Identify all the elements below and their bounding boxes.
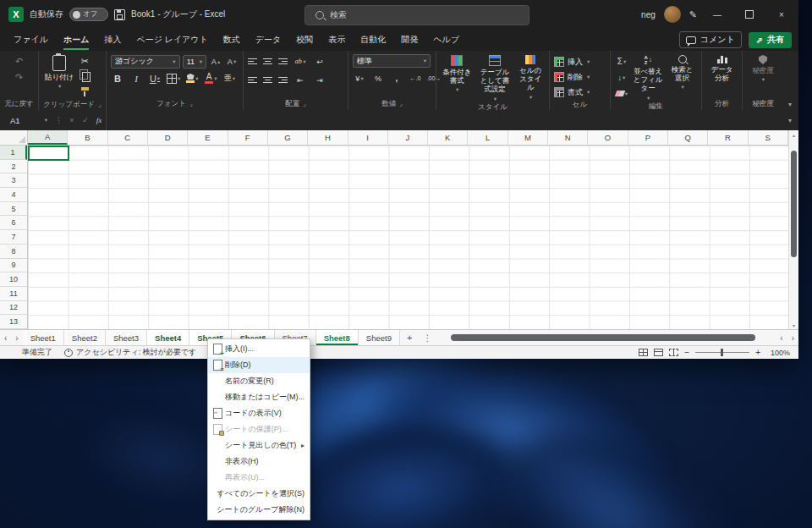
sheet-nav-prev-icon[interactable]: ‹ <box>0 330 11 345</box>
minimize-button[interactable]: — <box>705 2 729 27</box>
currency-format-button[interactable]: ¥▾ <box>353 71 366 85</box>
menu-item-ungroup-sheets[interactable]: シートのグループ解除(N) <box>208 502 310 518</box>
view-page-layout-button[interactable] <box>654 349 663 356</box>
column-header-Q[interactable]: Q <box>668 130 708 145</box>
data-analysis-button[interactable]: データ分析 <box>706 54 738 97</box>
wrap-text-button[interactable]: ↩ <box>313 54 326 69</box>
find-select-button[interactable]: 検索と選択 ▾ <box>667 54 697 102</box>
menu-item-tab-color[interactable]: シート見出しの色(T) ▸ <box>208 437 310 454</box>
align-right-button[interactable] <box>278 76 288 84</box>
name-box[interactable]: A1 ▾ <box>0 110 52 130</box>
orientation-button[interactable]: ab▾ <box>294 54 307 69</box>
column-header-M[interactable]: M <box>508 130 548 145</box>
row-header-13[interactable]: 13 <box>0 315 27 329</box>
align-bottom-button[interactable] <box>278 58 288 65</box>
cell-styles-button[interactable]: セルのスタイル ▾ <box>516 54 545 102</box>
comments-button[interactable]: コメント <box>679 31 742 48</box>
menu-item-hide[interactable]: 非表示(H) <box>208 454 310 470</box>
tab-developer[interactable]: 開発 <box>394 29 425 51</box>
column-header-C[interactable]: C <box>108 130 148 145</box>
align-center-button[interactable] <box>263 76 272 84</box>
horizontal-scrollbar[interactable] <box>441 334 771 341</box>
menu-item-move-or-copy[interactable]: 移動またはコピー(M)... <box>208 389 310 405</box>
pen-icon[interactable]: ✎ <box>689 9 697 20</box>
column-header-G[interactable]: G <box>268 130 308 145</box>
menu-item-delete[interactable]: 削除(D) <box>208 357 310 373</box>
align-middle-button[interactable] <box>263 58 272 65</box>
insert-function-icon[interactable]: fx <box>92 116 106 124</box>
selected-cell-A1[interactable] <box>28 146 69 161</box>
font-size-select[interactable]: 11▾ <box>183 55 206 69</box>
zoom-level[interactable]: 100% <box>766 349 790 357</box>
column-header-I[interactable]: I <box>348 130 388 145</box>
enter-icon[interactable]: ✓ <box>79 116 92 124</box>
borders-button[interactable]: ▾ <box>167 71 180 85</box>
tab-file[interactable]: ファイル <box>7 29 55 51</box>
new-sheet-button[interactable]: + <box>400 330 419 345</box>
excel-app-icon[interactable]: X <box>8 7 24 22</box>
format-as-table-button[interactable]: テーブルとして書式設定 ▾ <box>475 54 513 102</box>
vertical-scrollbar[interactable]: ▴ ▾ <box>788 130 798 329</box>
font-color-button[interactable]: A▾ <box>204 71 217 85</box>
decrease-indent-button[interactable]: ⇤ <box>294 73 307 87</box>
sheet-tabs-more-icon[interactable]: ⋮ <box>419 330 436 345</box>
scroll-down-icon[interactable]: ▾ <box>793 321 795 329</box>
row-header-11[interactable]: 11 <box>0 287 27 301</box>
column-header-N[interactable]: N <box>548 130 588 145</box>
increase-decimal-button[interactable]: ←.0 <box>409 71 422 85</box>
column-header-B[interactable]: B <box>68 130 107 145</box>
dialog-launcher-icon[interactable]: ⌟ <box>303 100 306 107</box>
vertical-scrollbar-thumb[interactable] <box>791 151 797 257</box>
sort-filter-button[interactable]: AZ ↓ 並べ替えとフィルター ▾ <box>631 54 665 102</box>
undo-button[interactable]: ↶ <box>13 54 26 69</box>
tab-data[interactable]: データ <box>249 29 288 51</box>
autosum-button[interactable]: Σ▾ <box>615 54 628 69</box>
select-all-corner[interactable] <box>0 130 28 146</box>
percent-format-button[interactable]: % <box>371 71 385 85</box>
align-top-button[interactable] <box>248 58 257 65</box>
row-header-8[interactable]: 8 <box>0 245 27 259</box>
row-header-3[interactable]: 3 <box>0 173 27 188</box>
hscroll-right-icon[interactable]: › <box>787 330 798 345</box>
row-header-7[interactable]: 7 <box>0 230 27 245</box>
namebox-resize-handle[interactable]: ⋮ <box>52 116 65 124</box>
menu-item-insert[interactable]: 挿入(I)... <box>208 341 310 357</box>
comma-format-button[interactable]: , <box>390 71 403 85</box>
column-header-D[interactable]: D <box>148 130 188 145</box>
copy-button[interactable] <box>78 69 91 84</box>
avatar[interactable] <box>664 6 681 23</box>
bold-button[interactable]: B <box>111 71 124 85</box>
ribbon-collapse-icon[interactable]: ▾ <box>788 101 792 108</box>
row-header-5[interactable]: 5 <box>0 202 27 217</box>
column-header-J[interactable]: J <box>388 130 428 145</box>
sheet-tab-sheet3[interactable]: Sheet3 <box>106 330 147 345</box>
hscroll-left-icon[interactable]: ‹ <box>776 330 787 345</box>
row-header-12[interactable]: 12 <box>0 301 27 316</box>
row-header-2[interactable]: 2 <box>0 160 27 174</box>
increase-indent-button[interactable]: ⇥ <box>313 73 326 87</box>
paste-button[interactable]: 貼り付け ▾ <box>43 54 75 99</box>
italic-button[interactable]: I <box>129 71 143 85</box>
row-header-4[interactable]: 4 <box>0 188 27 202</box>
save-icon[interactable] <box>114 9 125 20</box>
tab-page-layout[interactable]: ページ レイアウト <box>129 29 214 51</box>
zoom-in-button[interactable]: + <box>755 348 760 357</box>
phonetic-button[interactable]: 亜▾ <box>222 71 236 85</box>
sheet-nav-next-icon[interactable]: › <box>11 330 22 345</box>
decrease-font-size-button[interactable]: A▾ <box>225 54 239 69</box>
tab-insert[interactable]: 挿入 <box>97 29 128 51</box>
column-header-K[interactable]: K <box>428 130 468 145</box>
column-header-O[interactable]: O <box>588 130 628 145</box>
font-name-select[interactable]: 游ゴシック▾ <box>111 55 180 69</box>
delete-cells-button[interactable]: 削除 ▾ <box>554 69 606 85</box>
sheet-tab-sheet8[interactable]: Sheet8 <box>316 330 359 345</box>
tab-automate[interactable]: 自動化 <box>354 29 392 51</box>
column-header-L[interactable]: L <box>468 130 508 145</box>
row-header-6[interactable]: 6 <box>0 216 27 230</box>
zoom-slider[interactable] <box>695 352 749 353</box>
scroll-up-icon[interactable]: ▴ <box>793 130 795 139</box>
row-header-10[interactable]: 10 <box>0 272 27 287</box>
maximize-button[interactable] <box>738 2 761 27</box>
conditional-formatting-button[interactable]: 条件付き書式 ▾ <box>441 54 473 102</box>
horizontal-scrollbar-thumb[interactable] <box>451 334 755 341</box>
